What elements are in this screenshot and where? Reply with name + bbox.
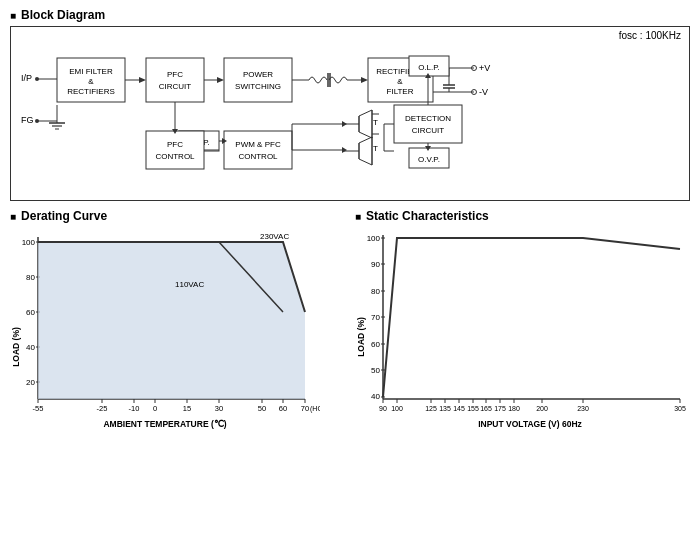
derating-title: Derating Curve bbox=[10, 209, 345, 223]
svg-text:90: 90 bbox=[371, 260, 380, 269]
svg-marker-15 bbox=[139, 77, 146, 83]
svg-text:-V: -V bbox=[479, 87, 488, 97]
svg-text:200: 200 bbox=[536, 405, 548, 412]
svg-text:230VAC: 230VAC bbox=[260, 232, 289, 241]
svg-text:T: T bbox=[373, 118, 378, 127]
svg-text:60: 60 bbox=[279, 404, 287, 413]
derating-chart-svg: LOAD (%) 100 80 60 40 20 bbox=[10, 227, 320, 437]
svg-text:CIRCUIT: CIRCUIT bbox=[159, 82, 192, 91]
derating-curve-section: Derating Curve LOAD (%) 100 80 60 40 20 bbox=[10, 209, 345, 526]
svg-text:40: 40 bbox=[371, 392, 380, 401]
svg-text:LOAD (%): LOAD (%) bbox=[356, 317, 366, 357]
svg-text:135: 135 bbox=[439, 405, 451, 412]
svg-rect-45 bbox=[394, 105, 462, 143]
svg-text:&: & bbox=[88, 77, 94, 86]
svg-text:15: 15 bbox=[183, 404, 191, 413]
svg-text:RECTIFIERS: RECTIFIERS bbox=[67, 87, 115, 96]
svg-text:PFC: PFC bbox=[167, 70, 183, 79]
svg-text:O.L.P.: O.L.P. bbox=[418, 63, 440, 72]
svg-text:FG: FG bbox=[21, 115, 34, 125]
static-char-section: Static Characteristics LOAD (%) 100 90 8… bbox=[355, 209, 690, 526]
svg-text:LOAD (%): LOAD (%) bbox=[11, 327, 21, 367]
svg-text:0: 0 bbox=[153, 404, 157, 413]
svg-marker-121 bbox=[38, 242, 305, 399]
svg-rect-50 bbox=[224, 131, 292, 169]
svg-line-69 bbox=[359, 159, 372, 165]
svg-text:30: 30 bbox=[215, 404, 223, 413]
svg-text:CIRCUIT: CIRCUIT bbox=[412, 126, 445, 135]
svg-text:165: 165 bbox=[480, 405, 492, 412]
svg-text:SWITCHING: SWITCHING bbox=[235, 82, 281, 91]
svg-text:EMI FILTER: EMI FILTER bbox=[69, 67, 113, 76]
svg-text:100: 100 bbox=[391, 405, 403, 412]
static-title: Static Characteristics bbox=[355, 209, 690, 223]
svg-text:-55: -55 bbox=[33, 404, 44, 413]
svg-text:90: 90 bbox=[379, 405, 387, 412]
svg-text:-10: -10 bbox=[129, 404, 140, 413]
svg-marker-76 bbox=[342, 147, 347, 153]
fosc-label: fosc : 100KHz bbox=[619, 30, 681, 41]
svg-text:T: T bbox=[373, 144, 378, 153]
svg-text:80: 80 bbox=[371, 287, 380, 296]
svg-text:(HORIZONTAL): (HORIZONTAL) bbox=[310, 405, 320, 413]
svg-rect-55 bbox=[146, 131, 204, 169]
svg-line-61 bbox=[359, 132, 372, 138]
svg-text:125: 125 bbox=[425, 405, 437, 412]
block-diagram-section: Block Diagram fosc : 100KHz I/P FG bbox=[10, 8, 690, 209]
block-diagram-svg: I/P FG EMI FILTER & RECTIFIERS bbox=[19, 33, 679, 188]
svg-text:50: 50 bbox=[371, 366, 380, 375]
svg-text:80: 80 bbox=[26, 273, 35, 282]
svg-point-5 bbox=[35, 119, 39, 123]
block-diagram-container: fosc : 100KHz I/P FG bbox=[10, 26, 690, 201]
page: Block Diagram fosc : 100KHz I/P FG bbox=[0, 0, 700, 534]
svg-text:FILTER: FILTER bbox=[387, 87, 414, 96]
svg-text:180: 180 bbox=[508, 405, 520, 412]
svg-text:AMBIENT TEMPERATURE (℃): AMBIENT TEMPERATURE (℃) bbox=[103, 419, 226, 429]
svg-text:230: 230 bbox=[577, 405, 589, 412]
svg-text:40: 40 bbox=[26, 343, 35, 352]
svg-text:CONTROL: CONTROL bbox=[155, 152, 195, 161]
svg-text:INPUT VOLTAGE (V) 60Hz: INPUT VOLTAGE (V) 60Hz bbox=[478, 419, 582, 429]
svg-text:I/P: I/P bbox=[21, 73, 32, 83]
svg-marker-75 bbox=[342, 121, 347, 127]
svg-text:60: 60 bbox=[26, 308, 35, 317]
svg-text:-25: -25 bbox=[97, 404, 108, 413]
svg-rect-21 bbox=[224, 58, 292, 102]
svg-text:60: 60 bbox=[371, 340, 380, 349]
svg-text:305: 305 bbox=[674, 405, 686, 412]
svg-text:110VAC: 110VAC bbox=[175, 280, 204, 289]
svg-text:155: 155 bbox=[467, 405, 479, 412]
static-chart-svg: LOAD (%) 100 90 80 70 60 50 40 bbox=[355, 227, 690, 437]
svg-line-60 bbox=[359, 110, 372, 116]
bottom-sections: Derating Curve LOAD (%) 100 80 60 40 20 bbox=[10, 209, 690, 526]
svg-text:70: 70 bbox=[371, 313, 380, 322]
svg-text:145: 145 bbox=[453, 405, 465, 412]
svg-text:20: 20 bbox=[26, 378, 35, 387]
svg-text:O.V.P.: O.V.P. bbox=[418, 155, 440, 164]
svg-text:PWM & PFC: PWM & PFC bbox=[235, 140, 281, 149]
svg-text:50: 50 bbox=[258, 404, 266, 413]
svg-text:70: 70 bbox=[301, 404, 309, 413]
svg-text:100: 100 bbox=[22, 238, 36, 247]
svg-text:POWER: POWER bbox=[243, 70, 273, 79]
svg-line-68 bbox=[359, 137, 372, 143]
svg-text:175: 175 bbox=[494, 405, 506, 412]
svg-marker-20 bbox=[217, 77, 224, 83]
block-diagram-title: Block Diagram bbox=[10, 8, 690, 22]
svg-marker-28 bbox=[361, 77, 368, 83]
svg-rect-16 bbox=[146, 58, 204, 102]
svg-point-2 bbox=[35, 77, 39, 81]
svg-text:CONTROL: CONTROL bbox=[238, 152, 278, 161]
svg-text:&: & bbox=[397, 77, 403, 86]
svg-text:100: 100 bbox=[367, 234, 381, 243]
derating-chart-area: LOAD (%) 100 80 60 40 20 bbox=[10, 227, 345, 526]
svg-text:+V: +V bbox=[479, 63, 490, 73]
static-chart-area: LOAD (%) 100 90 80 70 60 50 40 bbox=[355, 227, 690, 526]
svg-text:DETECTION: DETECTION bbox=[405, 114, 451, 123]
svg-text:PFC: PFC bbox=[167, 140, 183, 149]
